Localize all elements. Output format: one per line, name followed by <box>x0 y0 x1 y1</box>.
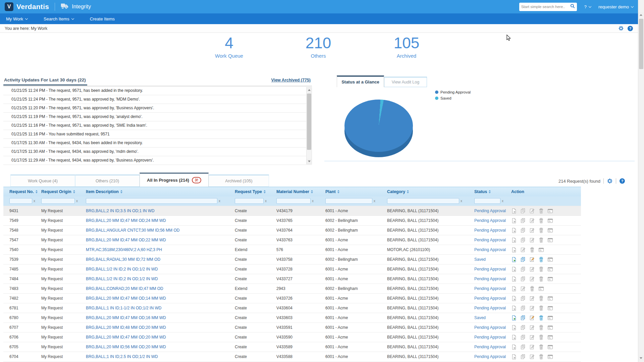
nav-item-search-items[interactable]: Search Items <box>44 16 74 21</box>
status-link[interactable]: Pending Approval <box>474 354 506 359</box>
delete-request-icon[interactable] <box>538 218 544 224</box>
filter-input-material-number[interactable] <box>276 198 311 204</box>
delete-request-icon[interactable] <box>538 257 544 262</box>
delete-request-icon[interactable] <box>538 354 544 360</box>
item-description-link[interactable]: BRG,BALL;20 MM ID;48 MM OD;20 MM WD <box>86 325 166 330</box>
filter-input-request-type[interactable] <box>235 198 264 204</box>
clear-filter-icon[interactable]: x <box>502 199 503 203</box>
table-help-icon[interactable] <box>619 178 625 184</box>
stat-others[interactable]: 210 Others <box>306 35 331 59</box>
sort-icon[interactable] <box>73 190 75 193</box>
clear-filter-icon[interactable]: x <box>374 199 375 203</box>
table-tab-work-queue-4[interactable]: Work Queue (4) <box>10 175 75 187</box>
status-link[interactable]: Pending Approval <box>474 267 506 272</box>
column-header-request-origin[interactable]: Request Origin <box>39 187 83 196</box>
table-row[interactable]: 7548 My Request BRG,BALL;ANGULAR CNTCT;3… <box>3 226 581 235</box>
audit-log-icon[interactable] <box>547 335 553 340</box>
delete-request-icon[interactable] <box>538 305 544 311</box>
clear-filter-icon[interactable]: x <box>265 199 267 203</box>
table-tab-archived-105[interactable]: Archived (105) <box>209 175 269 187</box>
copy-request-icon[interactable] <box>520 218 526 224</box>
delete-request-icon[interactable] <box>529 286 535 292</box>
edit-request-icon[interactable] <box>529 296 535 301</box>
audit-log-icon[interactable] <box>538 286 544 292</box>
edit-request-icon[interactable] <box>529 335 535 340</box>
table-row[interactable]: 7549 My Request BRG,BALL;20 MM ID;47 MM … <box>3 216 581 226</box>
status-link[interactable]: Saved <box>474 315 486 320</box>
copy-request-icon[interactable] <box>520 335 526 340</box>
item-description-link[interactable]: BRG,BALL;20 MM ID;47 MM OD;24 MM WD <box>86 218 166 223</box>
open-request-icon[interactable] <box>511 315 517 321</box>
filter-input-request-origin[interactable] <box>41 198 75 204</box>
audit-log-icon[interactable] <box>547 325 553 330</box>
help-menu[interactable]: ? <box>584 4 591 9</box>
clear-filter-icon[interactable]: x <box>219 199 220 203</box>
copy-request-icon[interactable] <box>520 266 526 272</box>
status-link[interactable]: Pending Approval <box>474 286 506 291</box>
table-row[interactable]: 6704 My Request BRG,BALL;1 IN ID;2.5 IN … <box>3 352 581 362</box>
clear-filter-icon[interactable]: x <box>76 199 78 203</box>
status-link[interactable]: Pending Approval <box>474 335 506 340</box>
copy-request-icon[interactable] <box>520 237 526 243</box>
item-description-link[interactable]: BRG,BALL;20 MM ID;56 MM OD;20 MM WD <box>86 345 166 349</box>
item-description-link[interactable]: BRG,BALL;20 MM ID;47 MM OD;20 MM WD <box>86 335 166 340</box>
open-request-icon[interactable] <box>511 276 517 282</box>
copy-request-icon[interactable] <box>520 305 526 311</box>
table-tab-others-210[interactable]: Others (210) <box>75 175 140 187</box>
open-request-icon[interactable] <box>511 208 517 214</box>
open-request-icon[interactable] <box>511 247 517 253</box>
open-request-icon[interactable] <box>511 257 517 262</box>
user-menu[interactable]: requester demo <box>598 4 633 9</box>
item-description-link[interactable]: BRG,BALL;20 MM ID;47 MM OD;14 MM WD <box>86 296 166 301</box>
clear-filter-icon[interactable]: x <box>461 199 462 203</box>
filter-input-status[interactable] <box>474 198 500 204</box>
open-request-icon[interactable] <box>511 325 517 330</box>
search-icon[interactable] <box>570 4 575 10</box>
page-scrollbar[interactable] <box>638 0 644 362</box>
item-description-link[interactable]: BRG,BALL;RADIAL;30 MM ID;72 MM OD <box>86 257 160 262</box>
edit-request-icon[interactable] <box>529 276 535 282</box>
column-header-plant[interactable]: Plant <box>323 187 384 196</box>
edit-request-icon[interactable] <box>529 325 535 330</box>
edit-request-icon[interactable] <box>529 315 535 321</box>
table-row[interactable]: 6705 My Request BRG,BALL;20 MM ID;56 MM … <box>3 342 581 352</box>
table-row[interactable]: 6780 My Request BRG,BALL;20 MM ID;47 MM … <box>3 313 581 323</box>
item-description-link[interactable]: BRG,BALL;1 IN ID;1-1/2 IN OD;1/2 IN WD <box>86 306 161 310</box>
table-row[interactable]: 6707 My Request BRG,BALL;20 MM ID;48 MM … <box>3 323 581 333</box>
settings-gear-icon[interactable] <box>618 25 624 32</box>
search-input[interactable] <box>521 5 570 9</box>
copy-request-icon[interactable] <box>520 257 526 262</box>
status-link[interactable]: Pending Approval <box>474 325 506 330</box>
copy-request-icon[interactable] <box>520 208 526 214</box>
column-header-material-number[interactable]: Material Number <box>274 187 323 196</box>
open-request-icon[interactable] <box>511 354 517 360</box>
copy-request-icon[interactable] <box>520 354 526 360</box>
stat-work-queue[interactable]: 4 Work Queue <box>215 35 243 59</box>
sort-icon[interactable] <box>120 190 122 193</box>
copy-request-icon[interactable] <box>520 344 526 350</box>
status-link[interactable]: Pending Approval <box>474 345 506 349</box>
edit-request-icon[interactable] <box>529 218 535 224</box>
open-request-icon[interactable] <box>511 335 517 340</box>
audit-log-icon[interactable] <box>547 237 553 243</box>
table-tab-all-in-progress-214[interactable]: All In Progress (214)3! <box>140 173 209 187</box>
delete-request-icon[interactable] <box>538 335 544 340</box>
status-link[interactable]: Pending Approval <box>474 247 506 252</box>
audit-log-icon[interactable] <box>547 266 553 272</box>
help-icon[interactable] <box>627 25 633 32</box>
view-archived-link[interactable]: View Archived (775) <box>271 78 311 82</box>
delete-request-icon[interactable] <box>538 315 544 321</box>
edit-request-icon[interactable] <box>529 228 535 233</box>
stat-archived[interactable]: 105 Archived <box>394 35 420 59</box>
table-row[interactable]: 6781 My Request BRG,BALL;1 IN ID;1-1/2 I… <box>3 303 581 313</box>
delete-request-icon[interactable] <box>538 208 544 214</box>
edit-request-icon[interactable] <box>520 247 526 253</box>
delete-request-icon[interactable] <box>538 276 544 282</box>
delete-request-icon[interactable] <box>538 237 544 243</box>
table-row[interactable]: 7482 My Request BRG,BALL;20 MM ID;47 MM … <box>3 294 581 303</box>
open-request-icon[interactable] <box>511 228 517 233</box>
delete-request-icon[interactable] <box>538 325 544 330</box>
copy-request-icon[interactable] <box>520 276 526 282</box>
item-description-link[interactable]: MTR,AC;3518M;230/460V;2 A;60 HZ;3 PH <box>86 247 162 252</box>
scroll-down-icon[interactable] <box>638 355 644 361</box>
